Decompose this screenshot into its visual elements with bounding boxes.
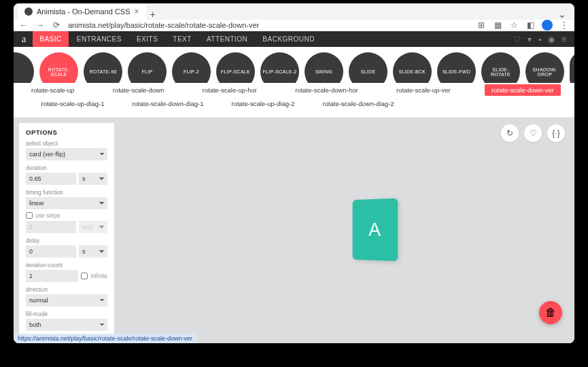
options-title: OPTIONS xyxy=(26,128,107,136)
variant-rotate-scale-down[interactable]: rotate-scale-down xyxy=(109,85,169,95)
label-iteration: iteration-count xyxy=(26,262,107,268)
animation-stage: ↻♡{·} A 🗑 xyxy=(120,118,574,343)
duration-input[interactable] xyxy=(26,173,76,185)
variant-list: rotate-scale-uprotate-scale-downrotate-s… xyxy=(14,83,574,118)
reload-icon[interactable]: ⟳ xyxy=(52,20,61,30)
category-slide[interactable]: SLIDE xyxy=(349,52,387,83)
main-area: OPTIONS select object card (ver-flip) du… xyxy=(14,118,574,343)
favorite-icon[interactable]: ♡ xyxy=(524,124,542,142)
buy-coffee-button[interactable]: 🗑 xyxy=(539,301,562,324)
category-scroll-left[interactable] xyxy=(14,52,34,83)
steps-pos-select: end xyxy=(79,221,107,233)
steps-count-input xyxy=(26,221,76,233)
back-icon[interactable]: ← xyxy=(19,20,29,30)
window-minimize-icon[interactable]: ⌄ xyxy=(558,9,570,20)
category-shadow-drop[interactable]: SHADOW-DROP xyxy=(525,52,564,83)
browser-address-bar: ← → ⟳ animista.net/play/basic/rotate-sca… xyxy=(14,20,574,31)
variant-rotate-scale-down-ver[interactable]: rotate-scale-down-ver xyxy=(485,84,561,96)
browser-tabbar: Animista - On-Demand CSS × + ⌄ xyxy=(14,3,574,20)
category-scroll-right[interactable] xyxy=(570,52,574,83)
nav-exits[interactable]: EXITS xyxy=(130,31,165,47)
extension-icon[interactable]: ▦ xyxy=(493,20,502,30)
duration-unit[interactable]: s xyxy=(79,173,107,185)
app-nav: a BASICENTRANCESEXITSTEXTATTENTIONBACKGR… xyxy=(14,31,574,47)
variant-rotate-scale-down-diag-1[interactable]: rotate-scale-down-diag-1 xyxy=(128,99,207,109)
coffee-cup-icon: 🗑 xyxy=(545,307,556,319)
nav-right: ♡ ▾ ▪ ◉ ≡ xyxy=(513,35,566,44)
label-fillmode: fill-mode xyxy=(26,311,107,317)
fillmode-select[interactable]: both xyxy=(26,319,107,331)
category-flip-2[interactable]: FLIP-2 xyxy=(172,52,211,83)
label-duration: duration xyxy=(26,164,107,171)
app-window: Animista - On-Demand CSS × + ⌄ ← → ⟳ ani… xyxy=(14,3,574,343)
category-flip-scale-2[interactable]: FLIP-SCALE-2 xyxy=(260,52,299,83)
infinite-checkbox[interactable] xyxy=(81,273,88,279)
app-logo[interactable]: a xyxy=(22,34,26,45)
replay-icon[interactable]: ↻ xyxy=(501,124,519,142)
filter-icon[interactable]: ▾ xyxy=(528,35,532,44)
label-delay: delay xyxy=(26,237,107,244)
delay-unit[interactable]: s xyxy=(79,245,107,258)
browser-tab[interactable]: Animista - On-Demand CSS × xyxy=(18,3,146,20)
use-steps-checkbox[interactable] xyxy=(26,212,33,219)
variant-rotate-scale-up-diag-1[interactable]: rotate-scale-up-diag-1 xyxy=(37,99,108,109)
nav-basic[interactable]: BASIC xyxy=(33,31,69,47)
options-panel: OPTIONS select object card (ver-flip) du… xyxy=(19,123,114,338)
nav-background[interactable]: BACKGROUND xyxy=(256,31,322,47)
category-flip[interactable]: FLIP xyxy=(128,52,167,83)
timing-function-select[interactable]: linear xyxy=(26,197,107,209)
variant-rotate-scale-down-hor[interactable]: rotate-scale-down-hor xyxy=(291,85,362,95)
favicon-icon xyxy=(24,7,33,16)
profile-avatar-icon[interactable] xyxy=(542,20,553,31)
nav-entrances[interactable]: ENTRANCES xyxy=(70,31,128,47)
category-rotate-scale[interactable]: ROTATE-SCALE xyxy=(39,52,78,83)
label-infinite: infinite xyxy=(90,273,107,279)
category-row: ROTATE-SCALEROTATE-90FLIPFLIP-2FLIP-SCAL… xyxy=(14,47,574,83)
category-swing[interactable]: SWING xyxy=(305,52,343,83)
category-rotate-90[interactable]: ROTATE-90 xyxy=(84,52,122,83)
delay-input[interactable] xyxy=(26,245,76,258)
label-select-object: select object xyxy=(26,140,107,147)
category-slide-bck[interactable]: SLIDE-BCK xyxy=(393,52,432,83)
category-flip-scale[interactable]: FLIP-SCALE xyxy=(216,52,255,83)
preview-card: A xyxy=(353,198,398,262)
status-bar: https://animista.net/play/basic/rotate-s… xyxy=(14,334,196,343)
new-tab-button[interactable]: + xyxy=(146,9,160,20)
category-slide-rotate[interactable]: SLIDE-ROTATE xyxy=(481,52,520,83)
panel-icon[interactable]: ◧ xyxy=(525,20,535,30)
nav-attention[interactable]: ATTENTION xyxy=(200,31,254,47)
nav-text[interactable]: TEXT xyxy=(166,31,198,47)
category-slide-fwd[interactable]: SLIDE-FWD xyxy=(437,52,476,83)
bell-icon[interactable]: ▪ xyxy=(538,35,541,44)
user-icon[interactable]: ◉ xyxy=(548,35,555,44)
heart-icon[interactable]: ♡ xyxy=(513,35,521,44)
tab-title: Animista - On-Demand CSS xyxy=(37,7,131,16)
menu-icon[interactable]: ≡ xyxy=(561,35,566,44)
card-letter: A xyxy=(368,219,381,241)
url-field[interactable]: animista.net/play/basic/rotate-scale/rot… xyxy=(68,21,470,29)
kebab-menu-icon[interactable]: ⋮ xyxy=(559,20,569,30)
variant-rotate-scale-up-hor[interactable]: rotate-scale-up-hor xyxy=(198,85,261,95)
direction-select[interactable]: normal xyxy=(26,294,107,307)
label-use-steps: use steps xyxy=(35,212,60,219)
forward-icon[interactable]: → xyxy=(35,20,45,30)
select-object[interactable]: card (ver-flip) xyxy=(26,148,107,160)
translate-icon[interactable]: ⊞ xyxy=(477,20,486,30)
iteration-input[interactable] xyxy=(26,270,78,282)
variant-rotate-scale-down-diag-2[interactable]: rotate-scale-down-diag-2 xyxy=(318,99,398,109)
label-timing: timing function xyxy=(26,189,107,196)
code-icon[interactable]: {·} xyxy=(547,124,565,142)
star-icon[interactable]: ☆ xyxy=(509,20,519,30)
close-tab-icon[interactable]: × xyxy=(135,7,139,16)
label-direction: direction xyxy=(26,286,107,293)
variant-rotate-scale-up[interactable]: rotate-scale-up xyxy=(27,85,78,95)
variant-rotate-scale-up-diag-2[interactable]: rotate-scale-up-diag-2 xyxy=(227,99,298,109)
variant-rotate-scale-up-ver[interactable]: rotate-scale-up-ver xyxy=(392,85,455,95)
